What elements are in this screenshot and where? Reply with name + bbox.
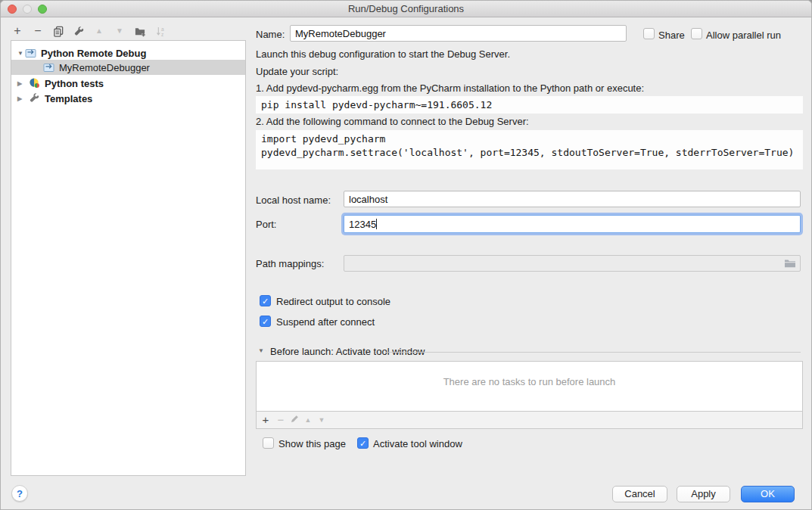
suspend-after-connect-checkbox[interactable]: ✓ <box>260 316 271 327</box>
collapse-arrow-icon[interactable]: ▼ <box>16 50 25 57</box>
remote-debug-config-icon <box>25 47 38 59</box>
before-launch-tasks-list[interactable]: There are no tasks to run before launch <box>256 361 803 412</box>
browse-folder-icon[interactable] <box>784 258 796 271</box>
share-label[interactable]: Share <box>658 30 685 41</box>
new-folder-icon <box>134 26 146 37</box>
tree-item-label: Templates <box>45 93 92 104</box>
name-label: Name: <box>256 29 285 40</box>
redirect-output-label[interactable]: Redirect output to console <box>276 296 390 307</box>
intro-text: Launch this debug configuration to start… <box>256 48 510 60</box>
name-input[interactable] <box>290 25 627 42</box>
arrow-down-icon: ▼ <box>116 26 123 35</box>
add-task-button[interactable]: + <box>260 413 272 427</box>
templates-wrench-icon <box>29 92 42 104</box>
code-line-1: import pydevd_pycharm <box>261 133 385 145</box>
edit-templates-button[interactable] <box>73 24 85 38</box>
check-icon: ✓ <box>359 439 366 448</box>
local-host-input[interactable] <box>344 191 801 207</box>
text-caret <box>376 219 377 229</box>
check-icon: ✓ <box>262 317 269 326</box>
section-divider <box>385 352 801 353</box>
update-script-text: Update your script: <box>256 66 338 77</box>
sort-az-icon: az <box>155 26 166 37</box>
allow-parallel-run-checkbox[interactable] <box>691 28 702 39</box>
tree-item-label: Python Remote Debug <box>41 48 146 59</box>
share-checkbox[interactable] <box>643 28 655 39</box>
expand-arrow-icon[interactable]: ▶ <box>15 95 24 102</box>
tree-item-label: Python tests <box>45 78 104 89</box>
tree-item-myremotedebugger[interactable]: MyRemoteDebugger <box>11 60 245 75</box>
show-this-page-label[interactable]: Show this page <box>278 438 346 449</box>
plus-icon: + <box>14 24 20 37</box>
configurations-tree: ▼ Python Remote Debug MyRemoteDebugger ▶… <box>11 40 246 476</box>
code-line-2: pydevd_pycharm.settrace('localhost', por… <box>261 147 794 158</box>
arrow-up-icon: ▲ <box>305 416 312 424</box>
tree-item-python-tests[interactable]: ▶ Python tests <box>11 76 245 91</box>
remove-configuration-button[interactable]: − <box>32 24 44 38</box>
create-folder-button[interactable] <box>134 24 146 38</box>
plus-icon: + <box>263 413 269 426</box>
tree-item-python-remote-debug[interactable]: ▼ Python Remote Debug <box>11 45 245 61</box>
before-launch-collapse-icon[interactable]: ▼ <box>258 347 264 354</box>
wrench-icon <box>73 26 85 37</box>
run-debug-configurations-dialog: Run/Debug Configurations + − ▲ ▼ az ▼ Py… <box>0 0 812 510</box>
move-task-down-button[interactable]: ▼ <box>316 413 328 427</box>
title-bar: Run/Debug Configurations <box>1 1 811 17</box>
local-host-label: Local host name: <box>256 194 331 206</box>
show-this-page-checkbox[interactable] <box>263 437 274 449</box>
copy-configuration-button[interactable] <box>52 24 64 38</box>
pencil-icon <box>290 414 300 424</box>
move-up-button[interactable]: ▲ <box>93 24 105 38</box>
remote-debug-config-icon <box>43 61 56 73</box>
arrow-down-icon: ▼ <box>319 416 325 424</box>
svg-text:a: a <box>161 26 164 32</box>
move-down-button[interactable]: ▼ <box>114 24 126 38</box>
tasks-toolbar: + − ▲ ▼ <box>256 412 803 429</box>
step2-text: 2. Add the following command to connect … <box>256 116 529 127</box>
port-label: Port: <box>256 219 276 230</box>
apply-button[interactable]: Apply <box>677 486 730 502</box>
suspend-after-connect-label[interactable]: Suspend after connect <box>276 316 375 328</box>
ok-button[interactable]: OK <box>741 486 795 502</box>
add-configuration-button[interactable]: + <box>11 24 23 38</box>
minus-icon: − <box>278 413 285 426</box>
port-input[interactable] <box>344 215 801 233</box>
activate-tool-window-label[interactable]: Activate tool window <box>373 438 462 449</box>
settrace-code: import pydevd_pycharmpydevd_pycharm.sett… <box>256 130 803 169</box>
tree-item-label: MyRemoteDebugger <box>59 62 150 73</box>
copy-icon <box>53 26 64 37</box>
cancel-button[interactable]: Cancel <box>612 486 667 502</box>
arrow-up-icon: ▲ <box>95 26 103 35</box>
expand-arrow-icon[interactable]: ▶ <box>15 80 24 87</box>
redirect-output-checkbox[interactable]: ✓ <box>260 295 271 306</box>
question-icon: ? <box>17 488 23 499</box>
window-title: Run/Debug Configurations <box>1 1 811 17</box>
move-task-up-button[interactable]: ▲ <box>302 413 314 427</box>
step1-text: 1. Add pydevd-pycharm.egg from the PyCha… <box>256 82 644 94</box>
remove-task-button[interactable]: − <box>275 413 287 427</box>
activate-tool-window-checkbox[interactable]: ✓ <box>357 437 369 449</box>
python-tests-icon <box>29 77 42 89</box>
edit-task-button[interactable] <box>288 413 300 427</box>
tree-item-templates[interactable]: ▶ Templates <box>11 91 245 106</box>
path-mappings-label: Path mappings: <box>256 258 324 269</box>
configurations-toolbar: + − ▲ ▼ az <box>11 23 175 39</box>
sort-configurations-button[interactable]: az <box>154 24 166 38</box>
svg-text:z: z <box>161 32 163 37</box>
allow-parallel-run-label[interactable]: Allow parallel run <box>706 30 781 41</box>
no-tasks-message: There are no tasks to run before launch <box>257 376 802 387</box>
minus-icon: − <box>34 24 41 37</box>
path-mappings-field[interactable] <box>344 255 801 272</box>
pip-install-code: pip install pydevd-pycharm~=191.6605.12 <box>256 96 803 114</box>
check-icon: ✓ <box>262 297 269 306</box>
help-button[interactable]: ? <box>11 485 28 502</box>
